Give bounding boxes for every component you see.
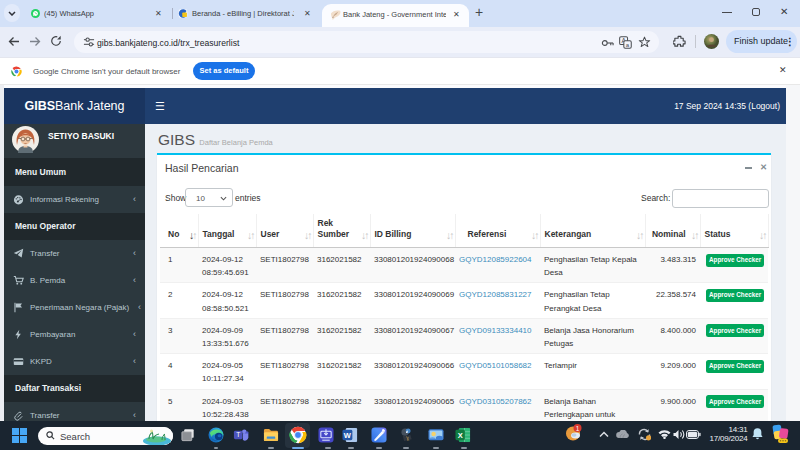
svg-text:1: 1 [576,425,580,432]
svg-text:T: T [236,431,240,438]
svg-text:W: W [344,431,352,440]
svg-text:X: X [458,431,463,440]
